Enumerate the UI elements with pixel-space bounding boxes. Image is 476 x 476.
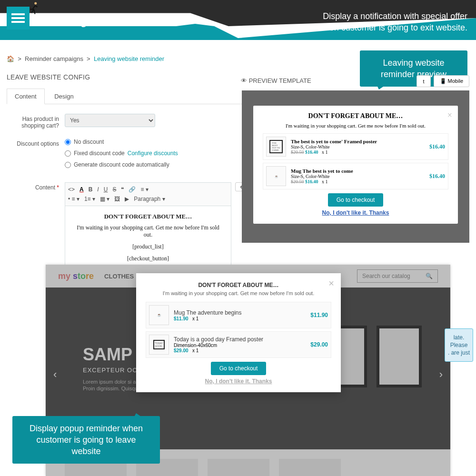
storefront-popup: × DON'T FORGET ABOUT ME… I'm waiting in … [136,273,341,392]
align-icon[interactable]: ≡ ▾ [140,186,148,193]
product-image: ☕ [149,305,169,325]
radio-fixed[interactable]: Fixed discount code Configure discounts [65,150,178,157]
preview-title: 👁 PREVIEW TEMPLATE [241,77,311,84]
preview-popup: × DON'T FORGET ABOUT ME… I'm waiting in … [253,106,458,224]
quote-icon[interactable]: ❝ [121,186,124,193]
no-thanks-link[interactable]: No, I don't like it. Thanks [263,209,448,216]
bullet-list-icon[interactable]: • ≡ ▾ [68,196,79,202]
header-banner: Leaving reminder Display a notification … [0,0,476,40]
editor-heading: DON'T FORGET ABOUT ME… [72,213,224,220]
label-has-product: Has product in shopping cart? [7,114,65,129]
preview-canvas: × DON'T FORGET ABOUT ME… I'm waiting in … [242,90,469,243]
banner-title: Leaving reminder [44,13,139,28]
popup-heading: DON'T FORGET ABOUT ME… [263,112,448,120]
product-image: THEBESTYET TOCOME [266,137,286,157]
no-thanks-link[interactable]: No, I don't like it. Thanks [146,378,331,385]
italic-icon[interactable]: I [97,186,99,193]
editor-para: I'm waiting in your shopping cart. Get m… [72,224,224,238]
running-person-icon [27,1,41,15]
home-icon[interactable]: 🏠 [7,55,14,62]
device-tablet-button[interactable]: t [416,75,430,87]
product-image: ☕ [266,166,286,186]
select-has-product[interactable]: Yes [65,114,155,127]
breadcrumb: 🏠 > Reminder campaigns > Leaving website… [7,55,164,62]
close-icon[interactable]: × [447,110,452,120]
product-row: TODAYGOOD Today is a good day Framed pos… [146,331,331,358]
product-row: THEBESTYET TOCOME The best is yet to com… [263,133,448,160]
radio-auto[interactable]: Generate discount code automatically [65,161,178,168]
breadcrumb-level1[interactable]: Reminder campaigns [25,55,83,62]
device-buttons: t 📱 Mobile [416,75,469,87]
video-icon[interactable]: ▶ [125,196,129,202]
close-icon[interactable]: × [328,278,334,289]
tab-content[interactable]: Content [7,89,45,104]
text-color-icon[interactable]: A [79,186,84,193]
image-icon[interactable]: 🖼 [114,196,120,202]
svg-point-0 [34,2,37,5]
strike-icon[interactable]: S [112,186,116,193]
bold-icon[interactable]: B [89,186,93,193]
label-discount: Discount options [7,139,65,147]
product-row: ☕ Mug The best is yet to come Size-S, Co… [263,163,448,189]
paragraph-dropdown[interactable]: Paragraph ▾ [134,196,165,202]
popup-sub: I'm waiting in your shopping cart. Get m… [263,123,448,129]
checkout-button[interactable]: Go to checkout [328,193,384,207]
product-image: TODAYGOOD [149,335,169,355]
radio-no-discount[interactable]: No discount [65,139,178,145]
product-row: ☕ Mug The adventure begins $11.90 x 1 $1… [146,302,331,328]
table-icon[interactable]: ▦ ▾ [100,196,109,202]
banner-description: Display a notification with special offe… [318,10,467,33]
label-content: Content * [7,182,65,191]
panel-title: LEAVE WEBSITE CONFIG [7,73,469,81]
code-icon[interactable]: <> [68,186,75,193]
info-box-peek: late. Please . are just [445,328,473,362]
checkout-button[interactable]: Go to checkout [211,362,267,375]
editor-toolbar: <> A B I U S ❝ 🔗 ≡ ▾ • ≡ ▾ 1≡ ▾ [65,182,231,206]
module-logo [7,7,30,30]
tab-design[interactable]: Design [46,89,81,104]
underline-icon[interactable]: U [104,186,108,193]
link-configure-discounts[interactable]: Configure discounts [128,150,178,157]
number-list-icon[interactable]: 1≡ ▾ [84,196,95,202]
link-icon[interactable]: 🔗 [129,186,136,193]
callout-popup: Display popup reminder when customer is … [12,416,160,464]
device-mobile-button[interactable]: 📱 Mobile [434,75,469,87]
breadcrumb-level2[interactable]: Leaving website reminder [94,55,164,62]
